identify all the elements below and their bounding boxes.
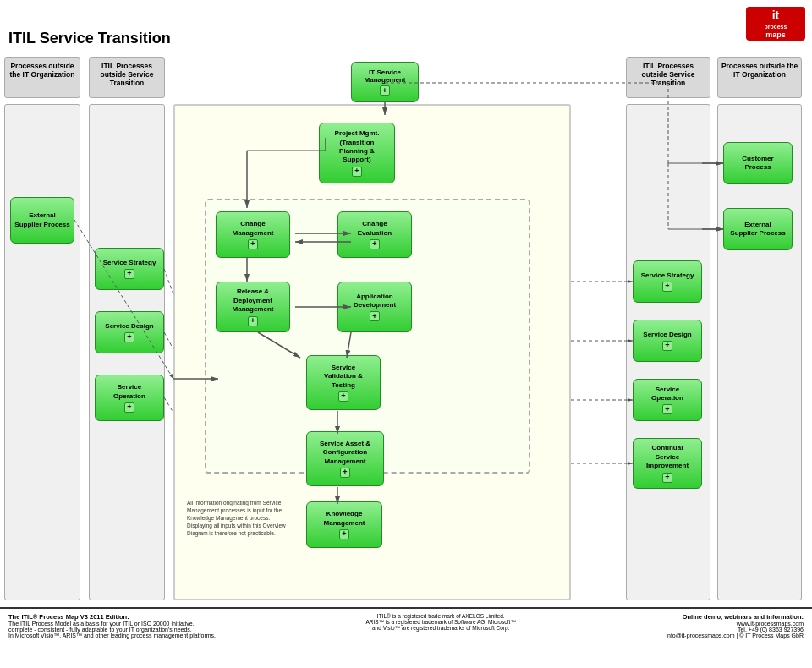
plus-project-mgmt[interactable]: + [352, 167, 362, 177]
footer-right-title: Online demo, webinars and information: [666, 613, 804, 621]
proc-label-service-design-right: Service Design [643, 331, 691, 339]
proc-box-service-validation[interactable]: ServiceValidation &Testing + [306, 355, 381, 410]
plus-service-asset[interactable]: + [340, 468, 350, 478]
proc-label-project-mgmt: Project Mgmt.(TransitionPlanning &Suppor… [335, 129, 380, 165]
plus-continual-service[interactable]: + [662, 473, 672, 483]
page-title: ITIL Service Transition [8, 30, 171, 47]
plus-service-design-right[interactable]: + [662, 341, 672, 351]
plus-change-eval[interactable]: + [370, 239, 380, 249]
svg-line-5 [164, 332, 173, 349]
proc-label-change-mgmt: ChangeManagement [233, 220, 274, 238]
proc-box-external-supplier-right[interactable]: ExternalSupplier Process [723, 208, 793, 250]
proc-box-service-design-right[interactable]: Service Design + [633, 320, 702, 362]
plus-itsm[interactable]: + [380, 85, 390, 96]
plus-knowledge[interactable]: + [339, 529, 349, 539]
note-container: All information originating from Service… [187, 499, 297, 537]
proc-box-change-eval[interactable]: ChangeEvaluation + [337, 211, 412, 258]
proc-label-itsm: IT ServiceManagement [365, 68, 406, 84]
footer-left: The ITIL® Process Map V3 2011 Edition: T… [8, 613, 216, 638]
logo-process: process [765, 23, 787, 30]
proc-label-service-validation: ServiceValidation &Testing [324, 364, 363, 390]
plus-service-strategy-left[interactable]: + [124, 269, 134, 279]
footer-left-title: The ITIL® Process Map V3 2011 Edition: [8, 613, 216, 621]
proc-box-service-asset[interactable]: Service Asset &ConfigurationManagement + [306, 431, 384, 486]
col-header-left2: ITIL Processes outside Service Transitio… [89, 57, 165, 98]
proc-box-customer-process[interactable]: CustomerProcess [723, 142, 793, 184]
plus-service-design-left[interactable]: + [124, 332, 134, 342]
svg-line-4 [164, 269, 173, 294]
proc-box-external-supplier-left[interactable]: ExternalSupplier Process [10, 197, 74, 244]
proc-label-external-supplier-right: ExternalSupplier Process [730, 221, 785, 238]
proc-label-service-strategy-right: Service Strategy [641, 271, 694, 280]
proc-label-customer-process: CustomerProcess [742, 155, 773, 172]
proc-box-itsm[interactable]: IT ServiceManagement + [351, 62, 419, 102]
proc-box-project-mgmt[interactable]: Project Mgmt.(TransitionPlanning &Suppor… [319, 123, 395, 183]
footer: The ITIL® Process Map V3 2011 Edition: T… [0, 607, 812, 668]
proc-label-service-operation-right: ServiceOperation [651, 386, 683, 403]
proc-box-app-dev[interactable]: ApplicationDevelopment + [337, 282, 412, 332]
proc-box-service-operation-left[interactable]: ServiceOperation + [95, 375, 164, 421]
footer-center: ITIL® is a registered trade mark of AXEL… [366, 613, 516, 631]
note-text: All information originating from Service… [187, 499, 297, 537]
logo-it: it [772, 8, 780, 23]
proc-label-knowledge: KnowledgeManagement [324, 510, 365, 528]
svg-line-6 [164, 397, 173, 413]
plus-change-mgmt[interactable]: + [248, 239, 258, 249]
footer-right-text: www.it-processmaps.com Tel. +49 (0) 8363… [666, 621, 804, 638]
proc-box-service-strategy-left[interactable]: Service Strategy + [95, 248, 164, 290]
proc-label-service-operation-left: ServiceOperation [113, 383, 145, 401]
footer-left-text: The ITIL Process Model as a basis for yo… [8, 621, 216, 638]
proc-box-continual-service[interactable]: ContinualServiceImprovement + [633, 438, 702, 489]
proc-box-service-design-left[interactable]: Service Design + [95, 311, 164, 353]
proc-label-external-supplier-left: ExternalSupplier Process [14, 211, 69, 229]
col-header-right1: ITIL Processes outside Service Transitio… [626, 57, 710, 98]
proc-box-release-deploy[interactable]: Release &DeploymentManagement + [216, 282, 290, 332]
plus-app-dev[interactable]: + [370, 311, 380, 321]
proc-label-service-asset: Service Asset &ConfigurationManagement [320, 440, 370, 466]
proc-label-service-strategy-left: Service Strategy [103, 259, 156, 267]
lane-left1 [4, 104, 80, 600]
plus-release-deploy[interactable]: + [248, 316, 258, 326]
proc-label-app-dev: ApplicationDevelopment [354, 293, 396, 310]
lane-center: Project Mgmt.(TransitionPlanning &Suppor… [173, 104, 571, 600]
plus-service-strategy-right[interactable]: + [662, 282, 672, 292]
proc-label-release-deploy: Release &DeploymentManagement [233, 287, 274, 314]
plus-service-validation[interactable]: + [338, 391, 348, 402]
proc-box-service-operation-right[interactable]: ServiceOperation + [633, 379, 702, 421]
plus-service-operation-left[interactable]: + [124, 402, 134, 413]
proc-box-service-strategy-right[interactable]: Service Strategy + [633, 260, 702, 303]
logo-maps: maps [765, 30, 786, 41]
proc-box-knowledge[interactable]: KnowledgeManagement + [306, 501, 382, 548]
logo: it process maps [746, 7, 805, 41]
col-header-left1: Processes outside the IT Organization [4, 57, 80, 98]
proc-label-service-design-left: Service Design [105, 322, 153, 331]
diagram-area: Processes outside the IT Organization IT… [0, 57, 812, 600]
proc-label-continual-service: ContinualServiceImprovement [646, 444, 689, 470]
proc-box-change-mgmt[interactable]: ChangeManagement + [216, 211, 290, 258]
col-header-right2: Processes outside the IT Organization [717, 57, 802, 98]
footer-right: Online demo, webinars and information: w… [666, 613, 804, 638]
proc-label-change-eval: ChangeEvaluation [358, 220, 392, 238]
footer-center-text: ITIL® is a registered trade mark of AXEL… [366, 613, 516, 631]
plus-service-operation-right[interactable]: + [662, 404, 672, 414]
